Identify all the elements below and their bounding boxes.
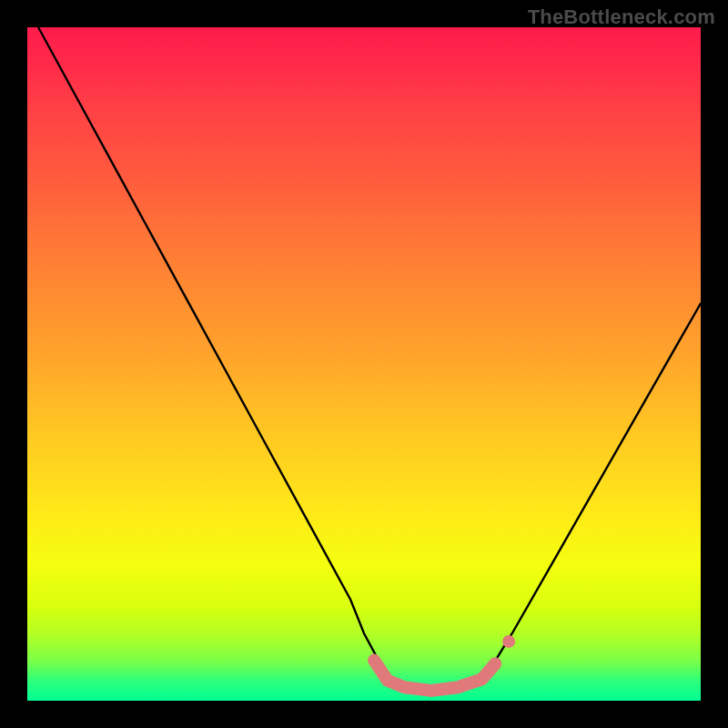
highlight-dot (502, 635, 515, 648)
curve-layer (27, 27, 701, 701)
main-curve (27, 7, 701, 687)
watermark-text: TheBottleneck.com (528, 5, 715, 29)
chart-container: TheBottleneck.com (0, 0, 728, 728)
highlight-segment (374, 661, 495, 691)
plot-area (27, 27, 701, 701)
